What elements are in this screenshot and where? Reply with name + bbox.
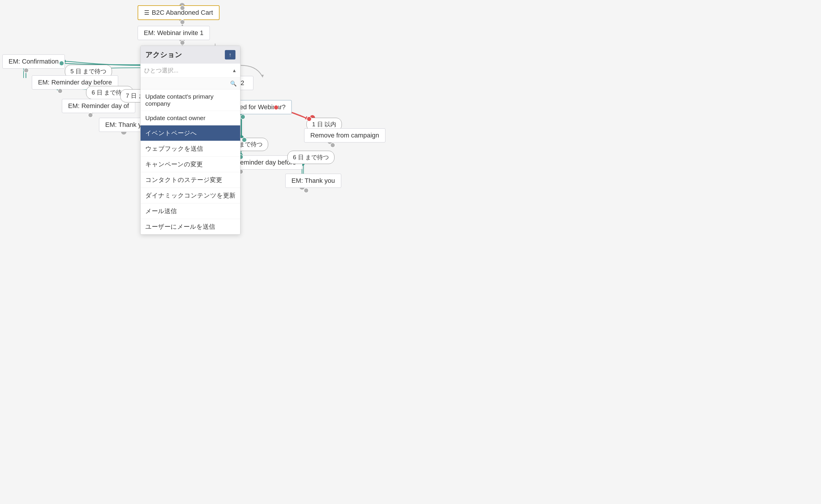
- thankyou-b-node: EM: Thank you: [285, 174, 341, 188]
- remove-label: Remove from campaign: [310, 132, 379, 139]
- reminder-before-a-bottom-dot: [57, 88, 63, 94]
- confirmation-bottom-dot: [24, 68, 29, 73]
- reminder-before-a-label: EM: Reminder day before: [38, 79, 112, 86]
- dropdown-item-3[interactable]: ウェブフックを送信: [140, 141, 240, 157]
- dropdown-list: Update contact's primary company Update …: [140, 89, 240, 234]
- dropdown-item-5[interactable]: コンタクトのステージ変更: [140, 172, 240, 188]
- dropdown-item-1[interactable]: Update contact owner: [140, 111, 240, 125]
- dropdown-item-6[interactable]: ダイナミックコンテンツを更新: [140, 188, 240, 203]
- search-icon: 🔍: [230, 80, 237, 87]
- list-icon: ☰: [144, 9, 149, 16]
- dropdown-search-input[interactable]: [144, 80, 230, 87]
- registered-red-dot: [274, 105, 279, 110]
- dropdown-item-0[interactable]: Update contact's primary company: [140, 89, 240, 111]
- dropdown-header: アクション ↑: [140, 46, 240, 64]
- dropdown-title: アクション: [145, 50, 182, 59]
- reminder-of-a-bottom-dot: [88, 112, 93, 118]
- dropdown-item-8[interactable]: ユーザーにメールを送信: [140, 219, 240, 234]
- wait4-dot: [242, 137, 247, 142]
- action-dropdown: アクション ↑ ひとつ選択... ▲ 🔍 Update contact's pr…: [140, 46, 241, 235]
- dropdown-upload-button[interactable]: ↑: [225, 50, 236, 59]
- confirmation-right-dot: [59, 61, 64, 66]
- b2c-bottom-dot: [180, 19, 185, 25]
- b2c-top-dot: [180, 5, 185, 11]
- wait5a-label: 5 日 まで待つ: [70, 67, 106, 75]
- reminder-of-a-label: EM: Reminder day of: [68, 102, 129, 110]
- dropdown-placeholder: ひとつ選択...: [144, 67, 178, 74]
- confirmation-label: EM: Confirmation: [9, 58, 59, 65]
- dropdown-item-2[interactable]: イベントページへ: [140, 125, 240, 141]
- remove-bottom-dot: [330, 142, 335, 148]
- wait6b-node: 6 日 まで待つ: [287, 151, 335, 164]
- dropdown-select-row[interactable]: ひとつ選択... ▲: [140, 64, 240, 78]
- webinar1-node: EM: Webinar invite 1: [138, 26, 210, 40]
- wait1-dot: [307, 116, 312, 122]
- dropdown-item-7[interactable]: メール送信: [140, 203, 240, 219]
- registered-bottom-dot: [240, 114, 246, 120]
- thankyou-b-bottom-dot: [304, 188, 309, 193]
- remove-node: Remove from campaign: [304, 128, 385, 142]
- wait1-label: 1 日 以内: [312, 120, 336, 128]
- dropdown-item-4[interactable]: キャンペーンの変更: [140, 157, 240, 172]
- thankyou-b-label: EM: Thank you: [292, 177, 335, 185]
- dropdown-search-row: 🔍: [140, 78, 240, 89]
- b2c-node: ☰ B2C Abandoned Cart: [138, 5, 220, 20]
- webinar1-label: EM: Webinar invite 1: [144, 29, 203, 37]
- wait6b-label: 6 日 まで待つ: [293, 153, 329, 161]
- confirmation-node: EM: Confirmation: [2, 54, 65, 69]
- webinar1-bottom-dot: [180, 40, 185, 45]
- chevron-up-icon: ▲: [232, 68, 237, 73]
- svg-marker-47: [262, 75, 264, 78]
